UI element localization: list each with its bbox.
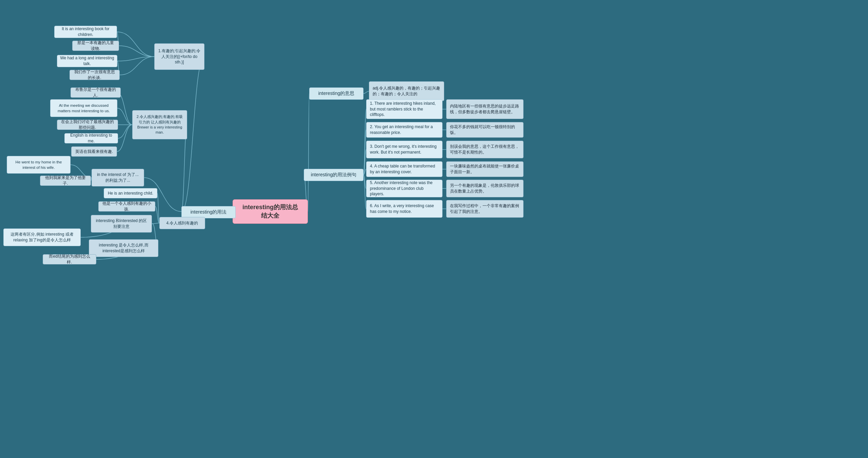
leaf2-3: 在会上我们讨论了最感兴趣的那些问题. [57, 120, 118, 130]
ex2-en: 2. You get an interesting meal for a rea… [366, 122, 442, 138]
ex4-zh-label: 一块廉味盎然的桌布就能使一张廉价桌子面目一新。 [450, 163, 520, 175]
cat-meaning-label: interesting的意思 [318, 90, 355, 97]
leaf1-2: 那是一本有趣的儿童读物. [72, 41, 119, 51]
ex5-zh-label: 另一个有趣的现象是，伦敦俱乐部的球员在数量上占优势。 [450, 183, 520, 194]
leaf2-3-label: 在会上我们讨论了最感兴趣的那些问题. [61, 119, 114, 131]
leaf2-1-label: 布鲁尔是一个很有趣的人. [74, 87, 117, 98]
ex1-en: 1. There are interesting hikes inland, b… [366, 99, 442, 119]
ex1-en-label: 1. There are interesting hikes inland, b… [370, 101, 439, 118]
sub4-5-label: interesting 是令人怎么样,而interested是感到怎么样 [92, 242, 155, 254]
cat-examples: interesting的用法例句 [304, 169, 363, 181]
ex1-zh: 内陆地区有一些很有意思的徒步远足路线，但多数徒步者都去爬悬崖链壁。 [446, 99, 524, 119]
ex5-en-label: 5. Another interesting note was the pred… [370, 180, 439, 197]
ex4-zh: 一块廉味盎然的桌布就能使一张廉价桌子面目一新。 [446, 161, 524, 177]
leaf1-1: It is an interesting book for children. [54, 26, 117, 38]
sub4: 4.令人感到有趣的 [159, 217, 205, 229]
ex3-zh-label: 别误会我的意思，这个工作很有意思，可惜不是长期性的。 [450, 144, 520, 155]
meaning-text-label: adj.令人感兴趣的，有趣的；引起兴趣的；有趣的；令人关注的 [373, 85, 440, 97]
leaf1-3-label: We had a long and interesting talk. [60, 55, 114, 67]
leaf2-2: At the meeting we discussed matters most… [50, 99, 117, 117]
ex5-zh: 另一个有趣的现象是，伦敦俱乐部的球员在数量上占优势。 [446, 180, 524, 197]
leaf2-2-label: At the meeting we discussed matters most… [53, 103, 114, 114]
main-title: interesting的用法总结大全 [240, 203, 301, 220]
cat-examples-label: interesting的用法例句 [311, 172, 357, 178]
ex4-en: 4. A cheap table can be transformed by a… [366, 161, 442, 177]
leaf2-4: English is interesting to me. [64, 133, 118, 143]
leaf1-3: We had a long and interesting talk. [57, 55, 117, 67]
ex2-en-label: 2. You get an interesting meal for a rea… [370, 124, 439, 136]
sub1: 1.有趣的;引起兴趣的;令人关注的[(+for/to do sth.)] [154, 43, 204, 70]
ex6-zh-label: 在我写作过程中，一个非常有趣的案例引起了我的注意。 [450, 203, 520, 215]
leaf1-2-label: 那是一本有趣的儿童读物. [76, 40, 115, 52]
leaf2-5: 英语在我看来很有趣. [71, 146, 117, 157]
sub2: 2.令人感兴趣的;有趣的;有吸引力的 让人感到有兴趣的 Brewer is a … [132, 110, 187, 139]
ex2-zh: 你花不多的钱就可以吃一顿很特别的饭。 [446, 122, 524, 138]
sub4-4-label: 这两者有区分,例如 interesting 或者relaxing 加了ing的是… [6, 232, 78, 243]
sub4-3: interesting 和interested 的区别要注意 [91, 215, 152, 233]
ex2-zh-label: 你花不多的钱就可以吃一顿很特别的饭。 [450, 124, 520, 136]
leaf1-4-label: 我们作了一次很有意思的长谈. [73, 69, 116, 81]
sub4-label: 4.令人感到有趣的 [166, 220, 198, 226]
main-node: interesting的用法总结大全 [233, 199, 308, 224]
leaf2-1: 布鲁尔是一个很有趣的人. [71, 87, 121, 98]
sub4-4: 这两者有区分,例如 interesting 或者relaxing 加了ing的是… [3, 228, 81, 246]
sub4-6: 而ed结尾的为感到怎么样. [43, 254, 96, 264]
sub4-3-label: interesting 和interested 的区别要注意 [94, 218, 149, 230]
sub4-5: interesting 是令人怎么样,而interested是感到怎么样 [89, 239, 158, 257]
sub1-label: 1.有趣的;引起兴趣的;令人关注的[(+for/to do sth.)] [158, 48, 201, 65]
meaning-text: adj.令人感兴趣的，有趣的；引起兴趣的；有趣的；令人关注的 [369, 81, 444, 101]
leaf2-5-label: 英语在我看来很有趣. [75, 149, 113, 155]
cat-usage: interesting的用法 [181, 206, 236, 218]
leaf3-2: 他到我家来是为了他妻子. [40, 176, 91, 186]
ex3-zh: 别误会我的意思，这个工作很有意思，可惜不是长期性的。 [446, 141, 524, 158]
sub3: in the interest of 为了...的利益;为了... [92, 169, 144, 186]
leaf1-1-label: It is an interesting book for children. [57, 26, 114, 38]
sub4-6-label: 而ed结尾的为感到怎么样. [46, 254, 93, 265]
ex6-en-label: 6. As I write, a very interesting case h… [370, 203, 439, 215]
sub4-2-label: 他是一个令人感到有趣的小孩. [102, 201, 152, 212]
ex6-zh: 在我写作过程中，一个非常有趣的案例引起了我的注意。 [446, 200, 524, 218]
sub2-label: 2.令人感兴趣的;有趣的;有吸引力的 让人感到有兴趣的 Brewer is a … [136, 114, 183, 135]
cat-meaning: interesting的意思 [309, 87, 363, 100]
ex6-en: 6. As I write, a very interesting case h… [366, 200, 442, 218]
leaf3-2-label: 他到我家来是为了他妻子. [44, 175, 87, 186]
sub4-1: He is an interesting child. [104, 188, 157, 198]
leaf1-4: 我们作了一次很有意思的长谈. [70, 70, 120, 80]
sub4-2: 他是一个令人感到有趣的小孩. [98, 201, 155, 212]
cat-usage-label: interesting的用法 [191, 209, 227, 216]
leaf2-4-label: English is interesting to me. [68, 133, 114, 144]
sub4-1-label: He is an interesting child. [108, 191, 153, 196]
ex5-en: 5. Another interesting note was the pred… [366, 180, 442, 197]
ex3-en-label: 3. Don't get me wrong, it's interesting … [370, 144, 439, 155]
ex4-en-label: 4. A cheap table can be transformed by a… [370, 163, 439, 175]
leaf3-1-label: He went to my home in the interest of hi… [10, 159, 67, 170]
leaf3-1: He went to my home in the interest of hi… [7, 156, 71, 174]
ex3-en: 3. Don't get me wrong, it's interesting … [366, 141, 442, 158]
sub3-label: in the interest of 为了...的利益;为了... [95, 172, 140, 183]
ex1-zh-label: 内陆地区有一些很有意思的徒步远足路线，但多数徒步者都去爬悬崖链壁。 [450, 103, 520, 115]
